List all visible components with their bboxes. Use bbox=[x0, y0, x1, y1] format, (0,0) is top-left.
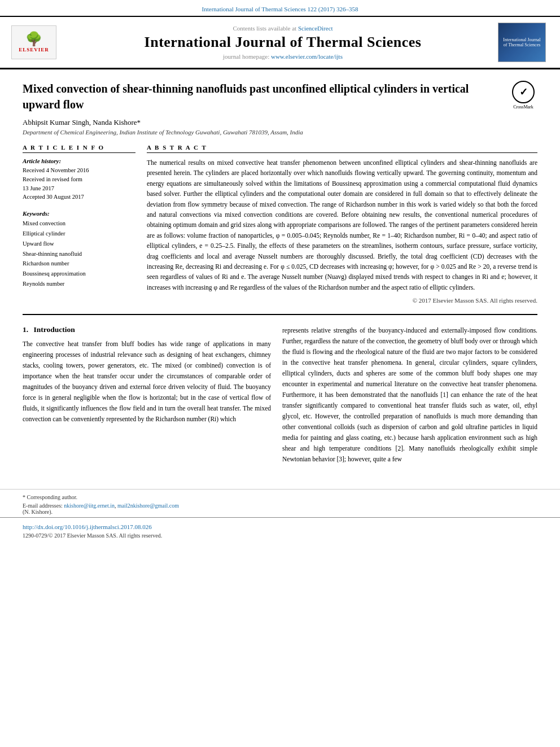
intro-left-column: 1. Introduction The convective heat tran… bbox=[23, 325, 271, 469]
abstract-text: The numerical results on mixed convectiv… bbox=[147, 158, 537, 292]
keyword-5: Richardson number bbox=[23, 259, 135, 269]
journal-right-logo: International Journal of Thermal Science… bbox=[498, 23, 549, 62]
abstract-label: A B S T R A C T bbox=[147, 144, 537, 153]
doi-section: http://dx.doi.org/10.1016/j.ijthermalsci… bbox=[0, 517, 560, 541]
page: International Journal of Thermal Science… bbox=[0, 0, 560, 747]
email-label: E-mail addresses: bbox=[23, 503, 63, 509]
author-names: Abhipsit Kumar Singh, Nanda Kishore* bbox=[23, 118, 141, 126]
right-logo-text: International Journal of Thermal Science… bbox=[501, 37, 543, 47]
history-revised-date: 13 June 2017 bbox=[23, 184, 135, 193]
affiliation: Department of Chemical Engineering, Indi… bbox=[23, 129, 537, 136]
elsevier-brand-text: ELSEVIER bbox=[19, 47, 49, 53]
corresponding-note: * Corresponding author. bbox=[23, 494, 77, 500]
crossmark: ✓ CrossMark bbox=[509, 81, 537, 110]
email-link-1[interactable]: nkishore@iitg.ernet.in bbox=[64, 503, 115, 509]
two-column-layout: A R T I C L E I N F O Article history: R… bbox=[23, 144, 537, 304]
section-divider bbox=[23, 314, 537, 315]
email-link-2[interactable]: mail2nkishore@gmail.com bbox=[117, 503, 179, 509]
footer-section: * Corresponding author. E-mail addresses… bbox=[0, 489, 560, 515]
copyright-line: © 2017 Elsevier Masson SAS. All rights r… bbox=[147, 297, 537, 304]
history-title: Article history: bbox=[23, 158, 135, 164]
introduction-section: 1. Introduction The convective heat tran… bbox=[23, 325, 537, 469]
elsevier-logo: 🌳 ELSEVIER bbox=[11, 25, 68, 59]
authors: Abhipsit Kumar Singh, Nanda Kishore* bbox=[23, 118, 537, 127]
doi-link[interactable]: http://dx.doi.org/10.1016/j.ijthermalsci… bbox=[23, 523, 152, 530]
keyword-7: Reynolds number bbox=[23, 279, 135, 289]
article-title: Mixed convection of shear-thinning nanof… bbox=[23, 81, 504, 112]
journal-header: 🌳 ELSEVIER Contents lists available at S… bbox=[0, 17, 560, 69]
journal-homepage: journal homepage: www.elsevier.com/locat… bbox=[73, 53, 492, 60]
article-history: Article history: Received 4 November 201… bbox=[23, 158, 135, 202]
intro-left-para1: The convective heat transfer from bluff … bbox=[23, 339, 271, 425]
article-info-column: A R T I C L E I N F O Article history: R… bbox=[23, 144, 135, 304]
contents-list-text: Contents lists available at bbox=[233, 25, 296, 32]
keywords-title: Keywords: bbox=[23, 210, 135, 217]
keyword-2: Elliptical cylinder bbox=[23, 229, 135, 239]
homepage-url[interactable]: www.elsevier.com/locate/ijts bbox=[271, 53, 343, 60]
intro-section-title: Introduction bbox=[34, 325, 75, 334]
science-direct-line: Contents lists available at ScienceDirec… bbox=[73, 25, 492, 32]
elsevier-tree-icon: 🌳 bbox=[19, 32, 49, 46]
article-content: Mixed convection of shear-thinning nanof… bbox=[0, 69, 560, 480]
article-info-label: A R T I C L E I N F O bbox=[23, 144, 135, 153]
name-note: (N. Kishore). bbox=[23, 509, 537, 515]
keyword-3: Upward flow bbox=[23, 239, 135, 249]
journal-right-image: International Journal of Thermal Science… bbox=[498, 23, 546, 62]
science-direct-link[interactable]: ScienceDirect bbox=[298, 25, 333, 32]
homepage-label: journal homepage: bbox=[223, 53, 269, 60]
intro-heading: 1. Introduction bbox=[23, 325, 271, 334]
article-title-section: Mixed convection of shear-thinning nanof… bbox=[23, 81, 537, 112]
keywords-section: Keywords: Mixed convection Elliptical cy… bbox=[23, 210, 135, 289]
history-accepted: Accepted 30 August 2017 bbox=[23, 193, 135, 202]
top-bar: International Journal of Thermal Science… bbox=[0, 0, 560, 17]
email-line: E-mail addresses: nkishore@iitg.ernet.in… bbox=[23, 503, 537, 509]
journal-title: International Journal of Thermal Science… bbox=[73, 34, 492, 51]
intro-right-column: represents relative strengths of the buo… bbox=[282, 325, 537, 469]
keyword-1: Mixed convection bbox=[23, 219, 135, 229]
citation-text: International Journal of Thermal Science… bbox=[202, 6, 358, 12]
abstract-column: A B S T R A C T The numerical results on… bbox=[147, 144, 537, 304]
keyword-4: Shear-thinning nanofluid bbox=[23, 249, 135, 259]
rights-line: 1290-0729/© 2017 Elsevier Masson SAS. Al… bbox=[23, 532, 537, 539]
intro-section-number: 1. bbox=[23, 325, 28, 334]
crossmark-icon: ✓ bbox=[512, 81, 535, 103]
crossmark-label: CrossMark bbox=[509, 104, 537, 110]
journal-center: Contents lists available at ScienceDirec… bbox=[73, 25, 492, 60]
keyword-6: Boussinesq approximation bbox=[23, 269, 135, 279]
elsevier-logo-image: 🌳 ELSEVIER bbox=[11, 25, 56, 59]
intro-right-para1: represents relative strengths of the buo… bbox=[282, 325, 537, 465]
history-revised-label: Received in revised form bbox=[23, 175, 135, 184]
history-received: Received 4 November 2016 bbox=[23, 166, 135, 175]
